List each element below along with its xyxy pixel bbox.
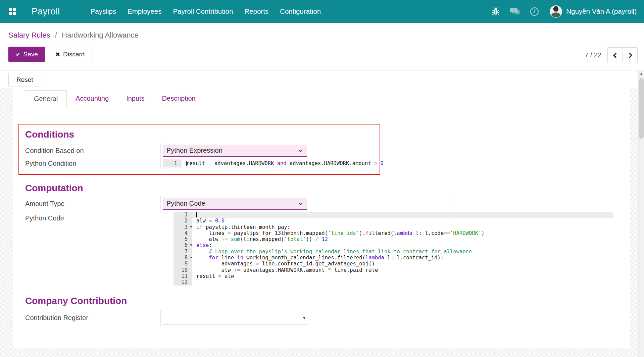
code-text[interactable]: result = advantages.HARDWORK and advanta… [182,159,384,167]
line-number: 6▾ [174,242,192,248]
code-line: 8▾ for line in working_month_calendar_li… [174,255,613,261]
code-text[interactable]: lines = payslips_for_13thmonth.mapped('l… [192,230,613,236]
condition-based-on-value: Python Expression [160,143,380,158]
discard-button[interactable]: ✖ Discard [48,47,92,62]
code-token: payslip.thirteen_month_pay: [203,224,290,230]
line-number: 4 [174,230,192,236]
code-token: > [374,160,381,166]
code-token: line.paid_rate [334,267,378,273]
menu-item-payslips[interactable]: Payslips [85,0,122,23]
code-text[interactable] [192,212,613,218]
python-condition-editor[interactable]: 1result = advantages.HARDWORK and advant… [163,159,384,167]
pager-buttons [607,47,638,63]
code-token: = [208,160,214,166]
bug-icon[interactable] [492,7,500,16]
tab-accounting[interactable]: Accounting [67,90,117,107]
code-line: 10 alw += advantages.HARDWORK.amount * l… [174,267,613,273]
messages-icon[interactable] [510,7,520,16]
chevron-down-icon [298,201,303,206]
menu-item-employees[interactable]: Employees [122,0,167,23]
record-pager: 7 / 22 [585,47,638,63]
code-text[interactable]: advantages = line.contract_id.get_advata… [192,261,613,267]
user-avatar[interactable] [550,5,562,18]
breadcrumb-salary-rules[interactable]: Salary Rules [8,31,50,39]
code-token: lines [196,230,228,236]
caret-down-icon: ▾ [303,315,307,320]
apps-grid-icon[interactable] [9,8,16,15]
company-contribution-title: Company Contribution [25,296,630,306]
code-text[interactable]: if payslip.thirteen_month_pay: [192,224,613,230]
python-condition-row: Python Condition 1result = advantages.HA… [25,158,380,169]
contribution-register-value: ▾ [160,310,630,326]
code-text[interactable]: # Loop over the payslip's working calend… [192,249,613,255]
company-contribution-section: Company Contribution Contribution Regist… [25,296,630,326]
previous-record-button[interactable] [608,48,623,63]
menu-item-configuration[interactable]: Configuration [274,0,327,23]
code-line: 1result = advantages.HARDWORK and advant… [163,159,384,167]
chevron-down-icon [298,148,303,153]
code-text[interactable]: alw += sum(lines.mapped('total')) / 12 [192,236,613,242]
code-fold-icon[interactable]: ▾ [190,255,192,261]
tab-general[interactable]: General [25,90,67,107]
line-number: 2 [174,218,192,224]
code-line: 12 [174,279,613,285]
code-token: for [209,255,218,261]
code-token: alw [225,273,234,279]
line-number: 3▾ [174,224,192,230]
code-token: advantages.HARDWORK [214,160,277,166]
tab-inputs[interactable]: Inputs [117,90,153,107]
code-text[interactable]: alw = 0.0 [192,218,613,224]
code-token: advantages.HARDWORK.amount [287,160,374,166]
menu-item-reports[interactable]: Reports [239,0,274,23]
code-text[interactable]: for line in working_month_calendar_lines… [192,255,613,261]
condition-based-on-select[interactable]: Python Expression [163,145,307,157]
form-buttons: ✔ Save ✖ Discard [8,47,92,62]
code-token: )) [306,236,315,242]
code-text[interactable] [192,279,613,285]
reset-button[interactable]: Reset [8,73,41,87]
contribution-register-label: Contribution Register [25,314,160,322]
code-text[interactable]: alw += advantages.HARDWORK.amount * line… [192,267,613,273]
amount-type-select[interactable]: Python Code [163,198,307,210]
line-number: 9 [174,261,192,267]
code-token: sum [231,236,240,242]
code-token: lambda [365,255,384,261]
contribution-register-dropdown[interactable]: ▾ [163,311,307,325]
vertical-scrollbar[interactable]: ▲ [638,71,644,357]
computation-section-title: Computation [25,183,630,194]
save-button[interactable]: ✔ Save [8,47,45,62]
amount-type-value: Python Code [160,196,630,211]
breadcrumb-current: Hardworking Allowance [62,31,139,39]
activity-clock-icon[interactable] [530,7,539,16]
code-fold-icon[interactable]: ▾ [190,242,192,248]
scroll-up-arrow-icon[interactable]: ▲ [639,71,644,77]
user-menu[interactable]: Nguyễn Văn A (payroll) [566,7,637,15]
next-record-button[interactable] [623,48,637,63]
line-number: 1 [163,159,182,167]
amount-type-label: Amount Type [25,200,160,208]
code-token: 'HARDWORK' [450,230,481,236]
code-token: and [277,160,287,166]
line-number: 8▾ [174,255,192,261]
amount-type-row: Amount Type Python Code [25,196,630,211]
scrollbar-thumb[interactable] [639,78,644,139]
python-code-editor[interactable]: 12alw = 0.03▾if payslip.thirteen_month_p… [174,212,613,286]
code-token: in [237,255,243,261]
tab-description[interactable]: Description [153,90,204,107]
code-fold-icon[interactable]: ▾ [190,224,192,230]
code-token: lambda [394,230,412,236]
code-token: 0.0 [215,218,225,224]
condition-based-on-row: Condition Based on Python Expression [25,143,380,158]
app-name[interactable]: Payroll [32,6,60,17]
code-line: 7 # Loop over the payslip's working cale… [174,249,613,255]
menu-item-payroll-contribution[interactable]: Payroll Contribution [167,0,239,23]
code-text[interactable]: else: [192,242,613,248]
code-token: 'total' [284,236,306,242]
code-token: alw [196,236,221,242]
form-view-background: General Accounting Inputs Description Co… [0,88,644,357]
code-line: 2alw = 0.0 [174,218,613,224]
check-icon: ✔ [16,51,20,58]
code-text[interactable]: result = alw [192,273,613,279]
line-number: 11 [174,273,192,279]
code-token: += [234,267,243,273]
